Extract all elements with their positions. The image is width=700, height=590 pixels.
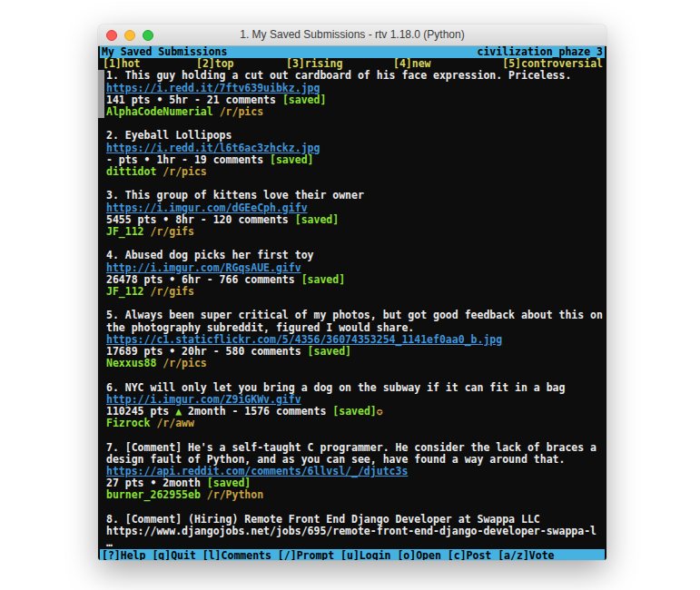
- saved-or-vote-indicator: [saved]: [282, 93, 326, 106]
- submission-subreddit: /r/gifs: [150, 285, 193, 298]
- submission-byline: Fizrock /r/aww: [100, 418, 605, 429]
- saved-or-vote-indicator: [saved]: [295, 213, 339, 226]
- submission-7[interactable]: 7. [Comment] He's a self-taught C progra…: [100, 442, 605, 502]
- submission-2[interactable]: 2. Eyeball Lollipopshttps://i.redd.it/l6…: [100, 130, 605, 178]
- terminal-window: 1. My Saved Submissions - rtv 1.18.0 (Py…: [98, 25, 606, 560]
- window-titlebar[interactable]: 1. My Saved Submissions - rtv 1.18.0 (Py…: [98, 25, 606, 46]
- stats-text: 26478 pts • 6hr - 766 comments: [106, 273, 301, 286]
- submission-author: burner_262955eb: [106, 488, 201, 501]
- terminal-screen: My Saved Submissions civilization_phaze_…: [98, 46, 606, 560]
- saved-or-vote-indicator: [saved]: [301, 273, 345, 286]
- submission-author: JF_112: [106, 225, 144, 238]
- submission-title: 4. Abused dog picks her first toy: [100, 250, 605, 261]
- submission-title: 8. [Comment] (Hiring) Remote Front End D…: [100, 514, 605, 537]
- submission-byline: burner_262955eb /r/Python: [100, 489, 605, 501]
- desktop-background: 1. My Saved Submissions - rtv 1.18.0 (Py…: [0, 0, 700, 590]
- saved-or-vote-indicator: [saved]: [332, 405, 376, 418]
- submission-author: JF_112: [106, 285, 144, 298]
- submission-title: 5. Always been super critical of my phot…: [100, 310, 605, 333]
- window-title: 1. My Saved Submissions - rtv 1.18.0 (Py…: [98, 25, 606, 45]
- submission-byline: JF_112 /r/gifs: [100, 286, 605, 298]
- submission-title: 2. Eyeball Lollipops: [100, 130, 605, 142]
- submission-author: Fizrock: [106, 417, 150, 429]
- stats-text: - pts • 1hr - 19 comments: [106, 153, 270, 166]
- stats-text: 2month - 1576 comments: [182, 405, 332, 418]
- submission-subreddit: /r/pics: [163, 357, 206, 369]
- submission-byline: JF_112 /r/gifs: [100, 226, 605, 238]
- gilded-icon: ✪: [377, 405, 383, 418]
- stats-text: 17689 pts • 20hr - 580 comments: [106, 345, 308, 358]
- submission-3[interactable]: 3. This group of kittens love their owne…: [100, 190, 605, 238]
- stats-text: 110245 pts: [106, 405, 175, 418]
- saved-or-vote-indicator: [saved]: [207, 477, 251, 489]
- submission-title: 6. NYC will only let you bring a dog on …: [100, 382, 605, 394]
- stats-text: 27 pts • 2month: [106, 477, 207, 489]
- submission-list: 1. This guy holding a cut out cardboard …: [100, 70, 605, 549]
- submission-byline: dittidot /r/pics: [100, 166, 605, 178]
- truncation-ellipsis: …: [100, 537, 605, 549]
- submission-byline: AlphaCodeNumerial /r/pics: [100, 106, 605, 118]
- submission-title: 1. This guy holding a cut out cardboard …: [100, 70, 605, 82]
- submission-4[interactable]: 4. Abused dog picks her first toyhttp://…: [100, 250, 605, 298]
- submission-subreddit: /r/aww: [156, 417, 194, 429]
- submission-title: 3. This group of kittens love their owne…: [100, 190, 605, 202]
- submission-1[interactable]: 1. This guy holding a cut out cardboard …: [100, 70, 605, 118]
- submission-author: dittidot: [106, 165, 156, 178]
- submission-subreddit: /r/pics: [163, 165, 206, 178]
- submission-byline: Nexxus88 /r/pics: [100, 358, 605, 369]
- submission-5[interactable]: 5. Always been super critical of my phot…: [100, 310, 605, 369]
- submission-subreddit: /r/Python: [207, 488, 263, 501]
- status-bar: [?]Help [q]Quit [l]Comments [/]Prompt [u…: [100, 549, 605, 560]
- stats-text: 141 pts • 5hr - 21 comments: [106, 93, 282, 106]
- submission-8[interactable]: 8. [Comment] (Hiring) Remote Front End D…: [100, 514, 605, 550]
- stats-text: 5455 pts • 8hr - 120 comments: [106, 213, 295, 226]
- submission-author: Nexxus88: [106, 357, 156, 369]
- submission-title: 7. [Comment] He's a self-taught C progra…: [100, 442, 605, 466]
- submission-subreddit: /r/gifs: [150, 225, 193, 238]
- saved-or-vote-indicator: [saved]: [308, 345, 351, 358]
- saved-or-vote-indicator: [saved]: [270, 153, 313, 166]
- submission-6[interactable]: 6. NYC will only let you bring a dog on …: [100, 382, 605, 430]
- submission-author: AlphaCodeNumerial: [106, 105, 213, 118]
- submission-subreddit: /r/pics: [220, 105, 263, 118]
